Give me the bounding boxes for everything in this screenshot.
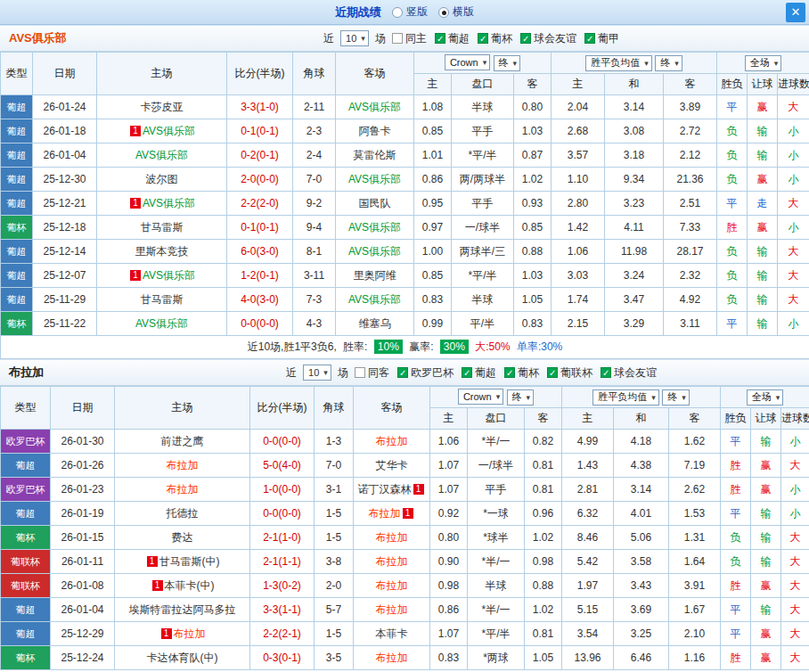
corners-score: 4-3 bbox=[293, 312, 336, 336]
home-team-cell[interactable]: 1布拉加 bbox=[115, 622, 250, 646]
corners-score: 2-3 bbox=[293, 119, 336, 143]
away-team-cell[interactable]: 布拉加1 bbox=[354, 502, 430, 526]
filter-checkbox-葡联杯[interactable]: 葡联杯 bbox=[547, 365, 592, 381]
asian-odds: 0.81 bbox=[525, 622, 562, 646]
home-team-cell[interactable]: 1AVS俱乐部 bbox=[97, 119, 227, 143]
away-team-cell[interactable]: 本菲卡 bbox=[354, 622, 430, 646]
layout-radio-horizontal[interactable]: 横版 bbox=[438, 4, 474, 20]
home-team-cell[interactable]: 1AVS俱乐部 bbox=[97, 192, 227, 216]
away-team-cell[interactable]: AVS俱乐部 bbox=[336, 216, 414, 240]
asian-final-select[interactable]: 终▾ bbox=[494, 55, 521, 71]
recent-count-select[interactable]: 10 ▾ bbox=[303, 365, 331, 381]
euro-mean-select[interactable]: 胜平负均值▾ bbox=[592, 389, 659, 406]
away-team-cell[interactable]: 阿鲁卡 bbox=[336, 119, 414, 143]
filter-checkbox-葡杯[interactable]: 葡杯 bbox=[504, 365, 539, 381]
match-row: 葡超25-12-30波尔图2-0(0-0)7-0AVS俱乐部0.86两/两球半1… bbox=[1, 168, 809, 192]
home-team-cell[interactable]: 里斯本竞技 bbox=[97, 240, 227, 264]
home-team-cell[interactable]: 1本菲卡(中) bbox=[115, 574, 250, 598]
home-team-cell[interactable]: AVS俱乐部 bbox=[97, 143, 227, 168]
layout-radio-vertical[interactable]: 竖版 bbox=[392, 4, 428, 20]
home-team-cell[interactable]: 1甘马雷斯(中) bbox=[115, 550, 250, 574]
away-team-cell[interactable]: 布拉加 bbox=[354, 550, 430, 574]
away-team-cell[interactable]: AVS俱乐部 bbox=[336, 95, 414, 119]
filter-checkbox-葡杯[interactable]: 葡杯 bbox=[478, 31, 512, 46]
close-button[interactable]: ✕ bbox=[786, 3, 805, 22]
home-team-cell[interactable]: 费达 bbox=[115, 526, 250, 550]
asian-odds: 0.93 bbox=[514, 192, 552, 216]
away-team-cell[interactable]: AVS俱乐部 bbox=[336, 168, 414, 192]
away-team-cell[interactable]: 莫雷伦斯 bbox=[336, 143, 414, 168]
filter-bar-avs: 近 10 ▾ 场 同主葡超葡杯球会友谊葡甲 bbox=[143, 30, 800, 46]
euro-final-select[interactable]: 终▾ bbox=[655, 55, 682, 71]
braga-recent-table: 类型 日期 主场 比分(半场) 角球 客场 Crown▾ 终▾ 胜平负均值▾ 终… bbox=[0, 386, 809, 670]
euro-odds: 11.98 bbox=[605, 240, 664, 264]
home-team-cell[interactable]: 甘马雷斯 bbox=[97, 288, 227, 312]
euro-odds: 4.11 bbox=[605, 216, 664, 240]
result-flag: 负 bbox=[717, 288, 748, 312]
fulltime-select[interactable]: 全场▾ bbox=[747, 389, 784, 406]
home-team-cell[interactable]: 布拉加 bbox=[115, 478, 250, 502]
filter-checkbox-球会友谊[interactable]: 球会友谊 bbox=[520, 31, 576, 46]
filter-checkbox-同客[interactable]: 同客 bbox=[355, 365, 389, 381]
away-team-cell[interactable]: 维塞乌 bbox=[336, 312, 414, 336]
team-name: 布拉加 bbox=[167, 459, 199, 471]
asian-odds: 0.86 bbox=[414, 168, 452, 192]
fulltime-header: 全场▾ bbox=[717, 53, 809, 74]
home-team-cell[interactable]: 卡达体育队(中) bbox=[115, 646, 250, 670]
radio-unselected-icon bbox=[392, 7, 403, 18]
away-team-cell[interactable]: 布拉加 bbox=[354, 574, 430, 598]
euro-mean-select[interactable]: 胜平负均值▾ bbox=[585, 55, 652, 71]
home-team-cell[interactable]: 布拉加 bbox=[115, 454, 250, 478]
unchecked-checkbox-icon bbox=[392, 33, 403, 44]
away-team-cell[interactable]: 艾华卡 bbox=[354, 454, 430, 478]
home-team-cell[interactable]: AVS俱乐部 bbox=[97, 312, 227, 336]
home-team-cell[interactable]: 前进之鹰 bbox=[115, 430, 250, 454]
odds-company-select[interactable]: Crown▾ bbox=[458, 389, 503, 405]
away-team-cell[interactable]: AVS俱乐部 bbox=[336, 240, 414, 264]
asian-odds: 0.83 bbox=[430, 646, 468, 670]
asian-final-select[interactable]: 终▾ bbox=[507, 389, 535, 406]
fulltime-select[interactable]: 全场▾ bbox=[745, 55, 782, 71]
recent-count-select[interactable]: 10 ▾ bbox=[340, 30, 369, 46]
result-flag: 大 bbox=[781, 646, 809, 670]
euro-odds: 9.34 bbox=[605, 168, 664, 192]
corners-score: 9-2 bbox=[293, 192, 336, 216]
euro-final-select[interactable]: 终▾ bbox=[662, 389, 690, 406]
home-team-cell[interactable]: 埃斯特雷拉达阿马多拉 bbox=[115, 598, 250, 622]
asian-odds: 1.02 bbox=[525, 598, 562, 622]
euro-odds: 3.69 bbox=[614, 598, 669, 622]
home-team-cell[interactable]: 甘马雷斯 bbox=[97, 216, 227, 240]
euro-odds: 7.19 bbox=[669, 454, 721, 478]
away-team-cell[interactable]: AVS俱乐部 bbox=[336, 288, 414, 312]
filter-checkbox-葡甲[interactable]: 葡甲 bbox=[584, 31, 619, 46]
away-team-cell[interactable]: 布拉加 bbox=[354, 526, 430, 550]
filter-checkbox-葡超[interactable]: 葡超 bbox=[435, 31, 470, 46]
filter-checkbox-欧罗巴杯[interactable]: 欧罗巴杯 bbox=[397, 365, 454, 381]
home-team-cell[interactable]: 托德拉 bbox=[115, 502, 250, 526]
filter-checkbox-同主[interactable]: 同主 bbox=[392, 31, 427, 46]
euro-odds: 1.43 bbox=[562, 454, 614, 478]
odds-company-select[interactable]: Crown▾ bbox=[445, 54, 490, 70]
asian-handicap-line: 两/两球半 bbox=[452, 168, 514, 192]
home-team-cell[interactable]: 波尔图 bbox=[97, 168, 227, 192]
away-team-cell[interactable]: 诺丁汉森林1 bbox=[354, 478, 430, 502]
home-team-cell[interactable]: 1AVS俱乐部 bbox=[97, 264, 227, 288]
away-team-cell[interactable]: 布拉加 bbox=[354, 598, 430, 622]
away-team-cell[interactable]: 国民队 bbox=[336, 192, 414, 216]
euro-odds: 2.12 bbox=[664, 143, 717, 168]
odd-rate-label: 单率:30% bbox=[517, 340, 562, 353]
match-row: 葡超26-01-26布拉加5-0(4-0)7-0艾华卡1.07一/球半0.811… bbox=[1, 454, 809, 478]
chevron-down-icon: ▾ bbox=[651, 393, 656, 402]
away-team-cell[interactable]: 布拉加 bbox=[354, 646, 430, 670]
asian-odds: 0.85 bbox=[514, 216, 552, 240]
filter-checkbox-球会友谊[interactable]: 球会友谊 bbox=[601, 365, 657, 381]
match-row: 葡杯25-11-22AVS俱乐部0-0(0-0)4-3维塞乌0.99平/半0.8… bbox=[1, 312, 809, 336]
league-tag: 欧罗巴杯 bbox=[1, 478, 51, 502]
result-flag: 小 bbox=[778, 119, 809, 143]
league-tag: 葡联杯 bbox=[1, 550, 51, 574]
away-team-cell[interactable]: 布拉加 bbox=[354, 430, 430, 454]
home-team-cell[interactable]: 卡莎皮亚 bbox=[97, 95, 227, 119]
away-team-cell[interactable]: 里奥阿维 bbox=[336, 264, 414, 288]
filter-checkbox-葡超[interactable]: 葡超 bbox=[462, 365, 496, 381]
match-score: 4-0(3-0) bbox=[227, 288, 293, 312]
